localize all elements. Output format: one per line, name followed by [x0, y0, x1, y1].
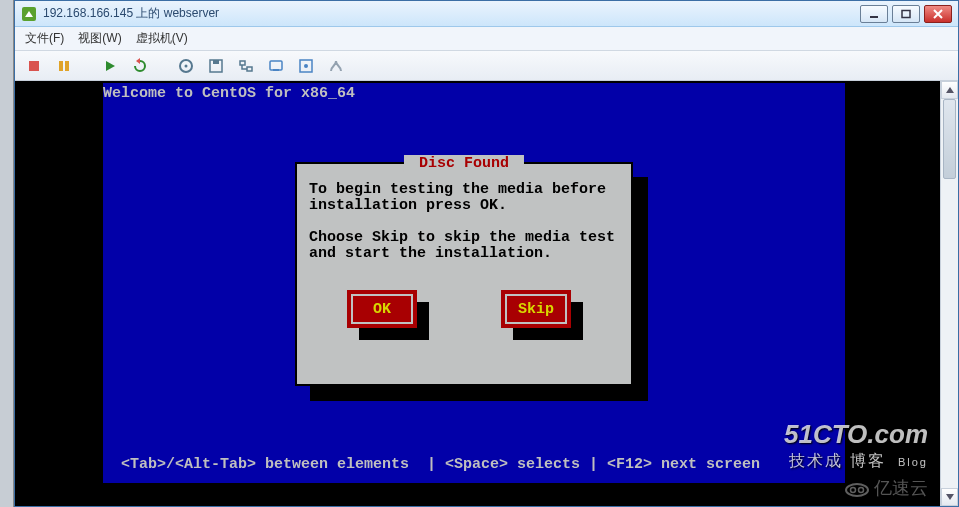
disc-found-dialog: Disc Found To begin testing the media be… — [295, 162, 633, 386]
menu-view[interactable]: 视图(W) — [78, 30, 121, 47]
svg-point-15 — [846, 484, 868, 496]
watermark-yisu: 亿速云 — [844, 476, 928, 500]
svg-rect-10 — [240, 61, 245, 65]
settings-button[interactable] — [325, 55, 347, 77]
ok-button[interactable]: OK — [347, 290, 417, 328]
close-button[interactable] — [924, 5, 952, 23]
network-button[interactable] — [235, 55, 257, 77]
svg-rect-12 — [270, 61, 282, 70]
welcome-text: Welcome to CentOS for x86_64 — [103, 85, 355, 102]
installer-screen: Welcome to CentOS for x86_64 Disc Found … — [103, 83, 845, 483]
vertical-scrollbar[interactable] — [940, 81, 958, 506]
menu-vm[interactable]: 虚拟机(V) — [136, 30, 188, 47]
snapshot-button[interactable] — [265, 55, 287, 77]
refresh-button[interactable] — [129, 55, 151, 77]
play-button[interactable] — [99, 55, 121, 77]
dialog-title: Disc Found — [404, 155, 524, 172]
svg-point-17 — [859, 488, 864, 493]
footer-hint: <Tab>/<Alt-Tab> between elements | <Spac… — [121, 456, 760, 473]
cd-button[interactable] — [175, 55, 197, 77]
skip-button[interactable]: Skip — [501, 290, 571, 328]
ok-button-label: OK — [373, 301, 391, 318]
scroll-up-icon[interactable] — [941, 81, 958, 99]
toolbar — [15, 51, 958, 81]
client-area: Welcome to CentOS for x86_64 Disc Found … — [15, 81, 958, 506]
fullscreen-button[interactable] — [295, 55, 317, 77]
svg-point-7 — [185, 64, 188, 67]
title-bar: 192.168.166.145 上的 webserver — [15, 1, 958, 27]
svg-rect-5 — [65, 61, 69, 71]
vm-console[interactable]: Welcome to CentOS for x86_64 Disc Found … — [15, 81, 940, 506]
menu-file[interactable]: 文件(F) — [25, 30, 64, 47]
vmware-window: 192.168.166.145 上的 webserver 文件(F) 视图(W)… — [14, 0, 959, 507]
stop-button[interactable] — [23, 55, 45, 77]
svg-rect-11 — [247, 67, 252, 71]
pause-button[interactable] — [53, 55, 75, 77]
svg-point-14 — [304, 64, 308, 68]
maximize-button[interactable] — [892, 5, 920, 23]
skip-button-label: Skip — [518, 301, 554, 318]
dialog-body: To begin testing the media before instal… — [309, 182, 619, 262]
svg-rect-3 — [29, 61, 39, 71]
minimize-button[interactable] — [860, 5, 888, 23]
left-sidebar-sliver — [0, 0, 14, 507]
svg-rect-2 — [902, 10, 910, 17]
app-icon — [21, 6, 37, 22]
scroll-thumb[interactable] — [943, 99, 956, 179]
window-title: 192.168.166.145 上的 webserver — [43, 5, 219, 22]
svg-rect-4 — [59, 61, 63, 71]
scroll-track[interactable] — [941, 99, 958, 488]
svg-rect-9 — [213, 60, 219, 64]
menu-bar: 文件(F) 视图(W) 虚拟机(V) — [15, 27, 958, 51]
floppy-button[interactable] — [205, 55, 227, 77]
scroll-down-icon[interactable] — [941, 488, 958, 506]
svg-point-16 — [851, 488, 856, 493]
